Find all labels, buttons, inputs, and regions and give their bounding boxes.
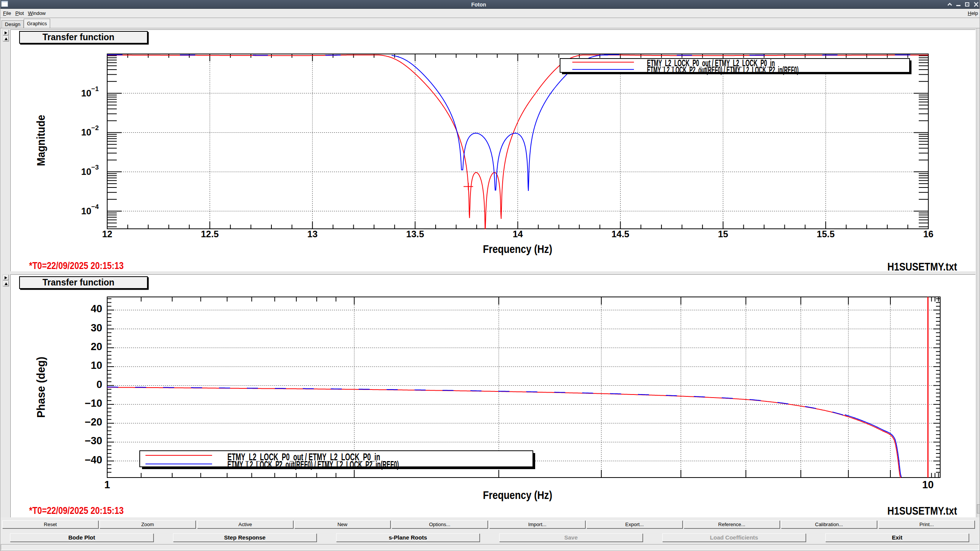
svg-text:H1SUSETMY.txt: H1SUSETMY.txt xyxy=(887,260,957,273)
svg-text:16: 16 xyxy=(923,229,934,239)
svg-text:ETMY_L2_LOCK_P2_out(REF0) / ET: ETMY_L2_LOCK_P2_out(REF0) / ETMY_L2_LOCK… xyxy=(227,459,399,470)
svg-text:−40: −40 xyxy=(85,454,102,466)
svg-text:15.5: 15.5 xyxy=(817,229,835,239)
svg-text:14.5: 14.5 xyxy=(611,229,629,239)
svg-text:−20: −20 xyxy=(85,416,102,428)
svg-text:10: 10 xyxy=(922,479,934,491)
svg-text:40: 40 xyxy=(91,303,102,315)
svg-text:20: 20 xyxy=(91,341,102,352)
svg-text:Magnitude: Magnitude xyxy=(35,115,47,166)
svg-text:10−2: 10−2 xyxy=(81,124,99,137)
svg-text:*T0=22/09/2025 20:15:13: *T0=22/09/2025 20:15:13 xyxy=(29,260,124,271)
svg-text:ETMY_L2_LOCK_P2_out(REF0) / ET: ETMY_L2_LOCK_P2_out(REF0) / ETMY_L2_LOCK… xyxy=(647,65,799,75)
svg-text:Phase (deg): Phase (deg) xyxy=(35,357,47,418)
svg-text:10−4: 10−4 xyxy=(81,203,99,216)
svg-text:12.5: 12.5 xyxy=(201,229,219,239)
svg-text:H1SUSETMY.txt: H1SUSETMY.txt xyxy=(887,504,957,517)
svg-text:13: 13 xyxy=(307,229,318,239)
svg-text:30: 30 xyxy=(91,322,102,334)
svg-text:10: 10 xyxy=(91,360,102,371)
svg-text:−30: −30 xyxy=(85,435,102,447)
svg-text:Frequency (Hz): Frequency (Hz) xyxy=(483,243,552,255)
svg-text:*T0=22/09/2025 20:15:13: *T0=22/09/2025 20:15:13 xyxy=(29,505,124,516)
svg-text:10−3: 10−3 xyxy=(81,164,99,177)
svg-text:14: 14 xyxy=(513,229,523,239)
svg-text:Frequency (Hz): Frequency (Hz) xyxy=(483,489,552,501)
svg-text:15: 15 xyxy=(718,229,728,239)
svg-text:1: 1 xyxy=(104,479,110,491)
svg-text:12: 12 xyxy=(102,229,113,239)
svg-text:13.5: 13.5 xyxy=(406,229,424,239)
svg-text:−10: −10 xyxy=(85,398,102,409)
svg-text:10−1: 10−1 xyxy=(81,85,99,98)
svg-text:0: 0 xyxy=(96,379,102,390)
